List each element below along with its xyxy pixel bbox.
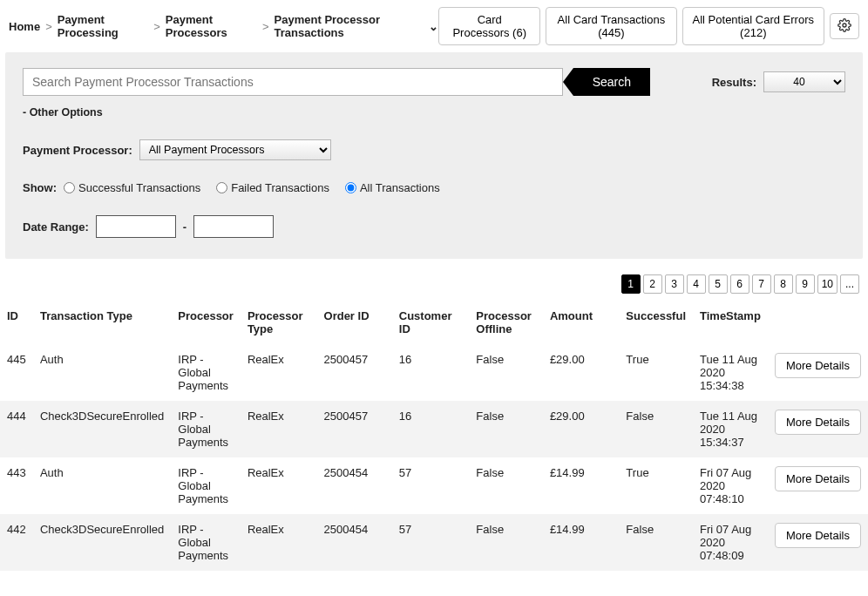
radio-failed[interactable]: Failed Transactions xyxy=(216,181,329,194)
breadcrumb-sep: > xyxy=(45,20,52,33)
col-processor: Processor xyxy=(171,301,241,344)
page-button-4[interactable]: 4 xyxy=(687,274,706,294)
cell-transaction-type: Auth xyxy=(33,344,171,401)
results-select[interactable]: 40 xyxy=(763,71,845,92)
cell-timestamp: Tue 11 Aug 2020 15:34:37 xyxy=(693,401,768,457)
settings-button[interactable] xyxy=(830,13,859,39)
show-label: Show: xyxy=(23,181,57,194)
breadcrumb: Home > Payment Processing > Payment Proc… xyxy=(9,13,438,39)
col-processor-type: Processor Type xyxy=(241,301,317,344)
cell-successful: False xyxy=(619,401,693,457)
all-potential-card-errors-button[interactable]: All Potential Card Errors (212) xyxy=(682,7,824,45)
more-details-button[interactable]: More Details xyxy=(775,410,861,435)
cell-order-id: 2500457 xyxy=(317,344,392,401)
col-customer-id: Customer ID xyxy=(392,301,470,344)
table-row: 445AuthIRP - Global PaymentsRealEx250045… xyxy=(0,344,868,401)
col-order-id: Order ID xyxy=(317,301,392,344)
cell-customer-id: 16 xyxy=(392,344,470,401)
cell-processor: IRP - Global Payments xyxy=(171,401,241,457)
cell-transaction-type: Auth xyxy=(33,457,171,514)
payment-processor-label: Payment Processor: xyxy=(23,144,132,157)
cell-processor-type: RealEx xyxy=(241,344,317,401)
page-button-8[interactable]: 8 xyxy=(774,274,793,294)
more-details-button[interactable]: More Details xyxy=(775,466,861,491)
cell-timestamp: Fri 07 Aug 2020 07:48:10 xyxy=(693,457,768,514)
breadcrumb-payment-processing[interactable]: Payment Processing xyxy=(58,13,149,39)
table-row: 443AuthIRP - Global PaymentsRealEx250045… xyxy=(0,457,868,514)
page-button-10[interactable]: 10 xyxy=(817,274,837,294)
radio-failed-input[interactable] xyxy=(216,182,227,193)
cell-order-id: 2500457 xyxy=(317,401,392,457)
breadcrumb-payment-processors[interactable]: Payment Processors xyxy=(166,13,257,39)
svg-point-0 xyxy=(843,24,846,27)
radio-all-input[interactable] xyxy=(345,182,356,193)
cell-transaction-type: Check3DSecureEnrolled xyxy=(33,514,171,571)
date-from-input[interactable] xyxy=(96,215,176,238)
cell-amount: £14.99 xyxy=(543,457,619,514)
col-processor-offline: Processor Offline xyxy=(469,301,543,344)
cell-id: 442 xyxy=(0,514,33,571)
table-row: 444Check3DSecureEnrolledIRP - Global Pay… xyxy=(0,401,868,457)
search-arrow-decor xyxy=(563,68,573,96)
cell-amount: £14.99 xyxy=(543,514,619,571)
more-details-button[interactable]: More Details xyxy=(775,523,861,548)
all-card-transactions-button[interactable]: All Card Transactions (445) xyxy=(546,7,676,45)
page-button-6[interactable]: 6 xyxy=(730,274,749,294)
date-range-label: Date Range: xyxy=(23,220,89,234)
page-button-1[interactable]: 1 xyxy=(621,274,641,294)
payment-processor-select[interactable]: All Payment Processors xyxy=(139,139,331,160)
cell-order-id: 2500454 xyxy=(317,457,392,514)
cell-processor-type: RealEx xyxy=(241,514,317,571)
cell-successful: False xyxy=(619,514,693,571)
cell-customer-id: 16 xyxy=(392,401,470,457)
breadcrumb-transactions[interactable]: Payment Processor Transactions xyxy=(275,13,421,39)
cell-processor: IRP - Global Payments xyxy=(171,344,241,401)
cell-processor-offline: False xyxy=(469,514,543,571)
radio-successful-label: Successful Transactions xyxy=(78,181,200,194)
page-button-5[interactable]: 5 xyxy=(709,274,728,294)
col-timestamp: TimeStamp xyxy=(693,301,768,344)
radio-all[interactable]: All Transactions xyxy=(345,181,440,194)
breadcrumb-home[interactable]: Home xyxy=(9,20,40,33)
date-sep: - xyxy=(183,220,186,234)
cell-successful: True xyxy=(619,457,693,514)
cell-processor: IRP - Global Payments xyxy=(171,514,241,571)
card-processors-button[interactable]: Card Processors (6) xyxy=(438,7,540,45)
cell-processor: IRP - Global Payments xyxy=(171,457,241,514)
cell-processor-offline: False xyxy=(469,457,543,514)
page-button-...[interactable]: ... xyxy=(840,274,859,294)
col-id: ID xyxy=(0,301,33,344)
transactions-table: ID Transaction Type Processor Processor … xyxy=(0,301,868,571)
pagination: 12345678910... xyxy=(0,259,868,301)
radio-successful[interactable]: Successful Transactions xyxy=(64,181,200,194)
cell-customer-id: 57 xyxy=(392,514,470,571)
cell-timestamp: Fri 07 Aug 2020 07:48:09 xyxy=(693,514,768,571)
table-row: 442Check3DSecureEnrolledIRP - Global Pay… xyxy=(0,514,868,571)
page-button-7[interactable]: 7 xyxy=(752,274,771,294)
breadcrumb-sep: > xyxy=(153,20,160,33)
page-button-3[interactable]: 3 xyxy=(665,274,684,294)
page-button-9[interactable]: 9 xyxy=(796,274,815,294)
cell-transaction-type: Check3DSecureEnrolled xyxy=(33,401,171,457)
cell-processor-type: RealEx xyxy=(241,401,317,457)
filter-panel: Search Results: 40 - Other Options Payme… xyxy=(5,52,863,259)
search-button[interactable]: Search xyxy=(573,68,650,96)
search-input[interactable] xyxy=(23,68,563,96)
cell-processor-offline: False xyxy=(469,344,543,401)
radio-successful-input[interactable] xyxy=(64,182,75,193)
date-to-input[interactable] xyxy=(193,215,274,238)
col-amount: Amount xyxy=(543,301,619,344)
cell-processor-offline: False xyxy=(469,401,543,457)
cell-id: 445 xyxy=(0,344,33,401)
cell-amount: £29.00 xyxy=(543,344,619,401)
cell-processor-type: RealEx xyxy=(241,457,317,514)
radio-all-label: All Transactions xyxy=(360,181,440,194)
gear-icon xyxy=(837,18,851,35)
cell-successful: True xyxy=(619,344,693,401)
cell-id: 443 xyxy=(0,457,33,514)
breadcrumb-sep: > xyxy=(262,20,269,33)
page-button-2[interactable]: 2 xyxy=(643,274,662,294)
other-options-toggle[interactable]: - Other Options xyxy=(23,106,845,119)
more-details-button[interactable]: More Details xyxy=(775,353,861,378)
chevron-down-icon[interactable]: ⌄ xyxy=(429,20,438,33)
